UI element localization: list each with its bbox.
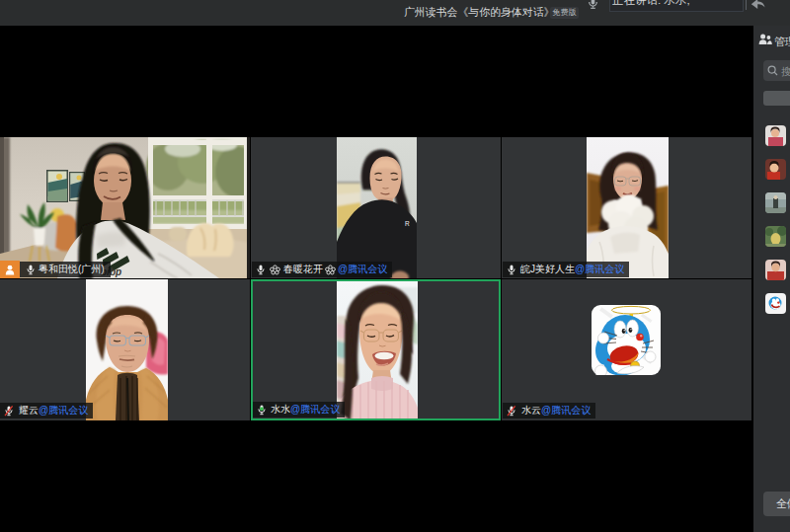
svg-text:R: R — [405, 220, 410, 227]
